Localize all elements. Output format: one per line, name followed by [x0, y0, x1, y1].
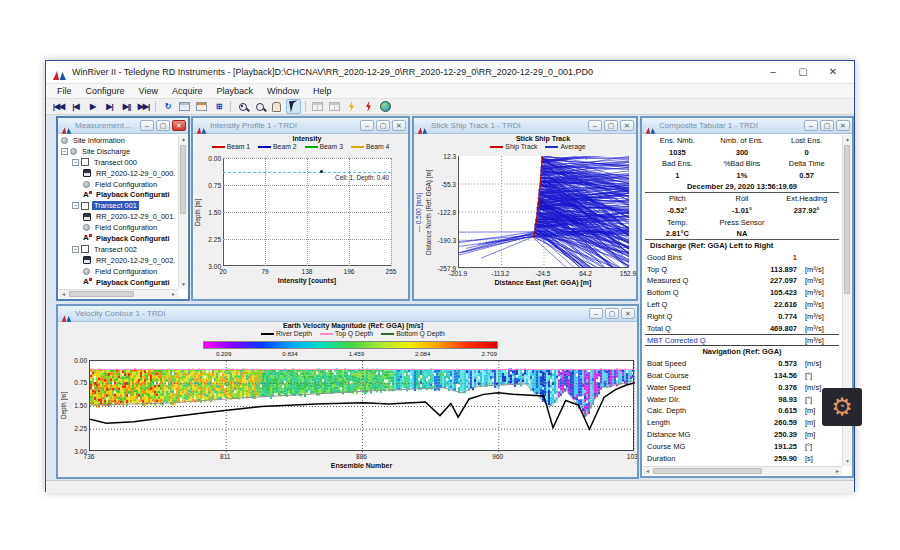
grid-disabled-button-2[interactable] [327, 99, 342, 114]
shiptrack-canvas[interactable] [459, 156, 629, 268]
menu-help[interactable]: Help [306, 84, 339, 99]
scroll-arrow[interactable]: ▲ [843, 135, 852, 144]
stop-process-button[interactable] [361, 99, 376, 114]
panel-maximize-button[interactable]: ▢ [820, 120, 834, 131]
menu-window[interactable]: Window [260, 84, 306, 99]
select-cursor-button[interactable] [286, 99, 301, 114]
quick-process-button[interactable] [344, 99, 359, 114]
tree-item[interactable]: −Transect 002 [59, 244, 178, 255]
scroll-thumb[interactable] [180, 145, 186, 214]
tabular-value: 1 [645, 170, 710, 182]
intensity-titlebar[interactable]: Intensity Profile 1 - TRDI – ▢ ✕ [193, 118, 408, 134]
tree-vertical-scrollbar[interactable]: ▲▼ [178, 135, 187, 289]
tree-horizontal-scrollbar[interactable]: ◄► [59, 289, 178, 298]
goto-first-ensemble-button[interactable]: |◀◀ [51, 99, 66, 114]
velocity-contour-panel: Velocity Contour 1 - TRDI – ▢ ✕ Earth Ve… [56, 304, 639, 479]
tree-item-label: Field Configuration [93, 267, 159, 276]
tree-item[interactable]: Field Configuration [59, 179, 178, 190]
tree-item[interactable]: −Site Discharge [59, 146, 178, 157]
shiptrack-titlebar[interactable]: Stick Ship Track 1 - TRDI – ▢ ✕ [414, 118, 636, 134]
play-button[interactable]: ▶ [85, 99, 100, 114]
legend-line [261, 333, 274, 335]
tree-expander[interactable]: − [72, 246, 79, 253]
contour-titlebar[interactable]: Velocity Contour 1 - TRDI – ▢ ✕ [58, 306, 637, 322]
contour-plot[interactable] [89, 360, 634, 451]
titlebar[interactable]: WinRiver II - Teledyne RD Instruments - … [46, 61, 854, 83]
step-back-button[interactable]: |◀ [68, 99, 83, 114]
panel-close-button[interactable]: ✕ [836, 120, 850, 131]
scroll-arrow[interactable]: ▼ [843, 457, 852, 466]
goto-ensemble-button[interactable] [194, 99, 209, 114]
panel-maximize-button[interactable]: ▢ [605, 308, 619, 319]
tree-item[interactable]: Field Configuration [59, 222, 178, 233]
contour-canvas[interactable] [90, 361, 635, 452]
panel-minimize-button[interactable]: – [588, 120, 602, 131]
scroll-thumb[interactable] [653, 468, 762, 474]
menu-playback[interactable]: Playback [209, 84, 260, 99]
tree-checkbox[interactable] [81, 202, 89, 210]
tree-item[interactable]: Playback Configurati [59, 189, 178, 200]
panel-close-button[interactable]: ✕ [621, 308, 635, 319]
panel-maximize-button[interactable]: ▢ [156, 120, 170, 131]
panel-maximize-button[interactable]: ▢ [376, 120, 390, 131]
zoom-out-button[interactable] [252, 99, 267, 114]
tree-item[interactable]: RR_2020-12-29_0_001. [59, 211, 178, 222]
scroll-arrow[interactable]: ◄ [59, 290, 68, 299]
panel-maximize-button[interactable]: ▢ [604, 120, 618, 131]
step-forward-button[interactable]: ▶| [102, 99, 117, 114]
tile-windows-button[interactable]: ⊞ [211, 99, 226, 114]
tree-item[interactable]: Playback Configurati [59, 277, 178, 288]
pan-hand-button[interactable] [269, 99, 284, 114]
gridline-vertical [265, 158, 266, 266]
tree-item[interactable]: Field Configuration [59, 266, 178, 277]
minimize-button[interactable]: – [758, 62, 788, 82]
scroll-arrow[interactable]: ◄ [643, 467, 652, 476]
menu-view[interactable]: View [132, 84, 165, 99]
panel-close-button[interactable]: ✕ [620, 120, 634, 131]
grid-disabled-button-1[interactable] [310, 99, 325, 114]
tree-item[interactable]: Playback Configurati [59, 233, 178, 244]
panel-close-button[interactable]: ✕ [172, 120, 186, 131]
menu-configure[interactable]: Configure [79, 84, 132, 99]
menu-file[interactable]: File [50, 84, 79, 99]
panel-close-button[interactable]: ✕ [392, 120, 406, 131]
maximize-button[interactable]: ▢ [788, 62, 818, 82]
tree-expander[interactable]: − [72, 159, 79, 166]
panel-minimize-button[interactable]: – [140, 120, 154, 131]
tabular-horizontal-scrollbar[interactable]: ◄► [643, 466, 842, 475]
menu-acquire[interactable]: Acquire [165, 84, 210, 99]
world-button[interactable] [378, 99, 393, 114]
gridline-vertical [307, 158, 308, 266]
close-button[interactable]: ✕ [818, 62, 848, 82]
tree-checkbox[interactable] [81, 245, 89, 253]
row-value: 1 [735, 252, 797, 264]
measurement-titlebar[interactable]: Measurement... – ▢ ✕ [58, 118, 188, 134]
scroll-thumb[interactable] [844, 145, 850, 294]
shiptrack-plot[interactable] [458, 156, 628, 268]
tree-expander[interactable]: − [61, 148, 68, 155]
panel-minimize-button[interactable]: – [360, 120, 374, 131]
tree-item[interactable]: Site Information [59, 135, 178, 146]
screen-recorder-overlay[interactable]: ⚙ ▶ [822, 388, 862, 426]
panel-minimize-button[interactable]: – [589, 308, 603, 319]
tree-item[interactable]: −Transect 000 [59, 157, 178, 168]
scroll-arrow[interactable]: ▲ [179, 135, 188, 144]
tree-item[interactable]: RR_2020-12-29_0_000. [59, 168, 178, 179]
tree-checkbox[interactable] [81, 158, 89, 166]
tabular-titlebar[interactable]: Composite Tabular 1 - TRDI – ▢ ✕ [642, 118, 852, 134]
goto-last-ensemble-button[interactable]: ▶▶| [136, 99, 151, 114]
tree-item[interactable]: RR_2020-12-29_0_002. [59, 255, 178, 266]
zoom-in-button[interactable] [235, 99, 250, 114]
scroll-arrow[interactable]: ► [833, 467, 842, 476]
panel-minimize-button[interactable]: – [804, 120, 818, 131]
play-slower-button[interactable]: ▶|| [119, 99, 134, 114]
tabular-value: 2.81°C [645, 228, 710, 240]
tree-item[interactable]: −Transect 001 [59, 200, 178, 211]
row-value: 469.807 [735, 323, 797, 335]
reprocess-button[interactable]: ↻ [160, 99, 175, 114]
properties-window-button[interactable] [177, 99, 192, 114]
scroll-thumb[interactable] [69, 291, 134, 297]
tree-expander[interactable]: − [72, 202, 79, 209]
scroll-arrow[interactable]: ▼ [179, 280, 188, 289]
scroll-arrow[interactable]: ► [169, 290, 178, 299]
